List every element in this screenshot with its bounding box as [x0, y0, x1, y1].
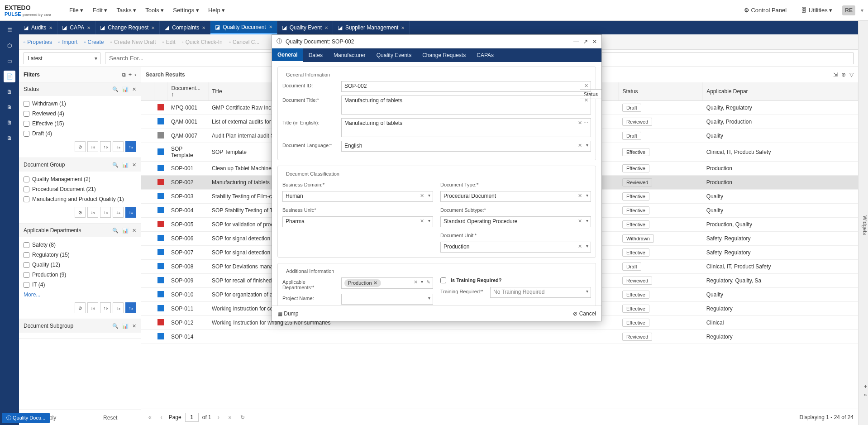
chart-icon[interactable]: 📊	[122, 162, 129, 168]
tab-quality-document[interactable]: ◪Quality Document✕	[210, 21, 277, 34]
utilities-menu[interactable]: 🗄 Utilities ▾	[796, 4, 837, 16]
doc-title-field[interactable]: Manufacturing of tablets	[341, 96, 591, 115]
filter-option[interactable]: Manufacturing and Product Quality (1)	[24, 194, 136, 204]
page-input[interactable]	[185, 413, 199, 422]
docunit-field[interactable]: Production	[440, 242, 591, 253]
modal-tab-manufacturer[interactable]: Manufacturer	[328, 48, 371, 62]
version-dropdown[interactable]: Latest	[24, 53, 100, 64]
search-icon[interactable]: 🔍	[112, 86, 119, 92]
zoom-icon[interactable]: ⊕	[841, 72, 846, 78]
filter-icon[interactable]: ▽	[849, 72, 854, 78]
search-icon[interactable]: 🔍	[112, 162, 119, 168]
remove-icon[interactable]: ✕	[132, 228, 136, 234]
page-last[interactable]: »	[226, 413, 234, 421]
col-header[interactable]: Document... ↑	[167, 82, 208, 101]
menu-tasks[interactable]: Tasks ▾	[112, 4, 141, 16]
filter-option[interactable]: Withdrawn (1)	[24, 99, 136, 109]
title-en-field[interactable]: Manufacturing of tablets	[341, 118, 591, 137]
side-collapse[interactable]: «	[864, 392, 867, 398]
chart-icon[interactable]: 📊	[122, 323, 129, 329]
rail-icon-6[interactable]: 🗎	[4, 117, 15, 129]
chart-icon[interactable]: 📊	[122, 86, 129, 92]
rail-icon-3[interactable]: 📄	[4, 71, 15, 82]
modal-tab-quality-events[interactable]: Quality Events	[371, 48, 417, 62]
filters-add-icon[interactable]: +	[129, 72, 132, 78]
more-link[interactable]: More...	[24, 290, 136, 300]
unit-field[interactable]: Pharma	[282, 216, 433, 227]
project-field[interactable]	[341, 294, 433, 305]
search-icon[interactable]: 🔍	[112, 323, 119, 329]
tab-close-icon[interactable]: ✕	[269, 24, 272, 29]
menu-help[interactable]: Help ▾	[204, 4, 229, 16]
filter-option[interactable]: Quality (12)	[24, 260, 136, 270]
sort-none[interactable]: ⊘	[75, 141, 86, 152]
user-badge[interactable]: RE	[842, 5, 855, 15]
tab-capa[interactable]: ◪CAPA✕	[57, 21, 95, 34]
control-panel-link[interactable]: ⚙ Control Panel	[739, 4, 791, 16]
training-checkbox[interactable]	[440, 277, 446, 283]
table-row[interactable]: SOP-014ReviewedRegulatory	[141, 330, 858, 344]
remove-icon[interactable]: ✕	[132, 86, 136, 92]
menu-settings[interactable]: Settings ▾	[168, 4, 204, 16]
clear-icon[interactable]: ✕	[584, 83, 588, 89]
col-header[interactable]: Status	[619, 82, 703, 101]
sort-none[interactable]: ⊘	[75, 207, 86, 218]
sort-none[interactable]: ⊘	[75, 302, 86, 313]
rail-icon-4[interactable]: 🗎	[4, 86, 15, 98]
filters-collapse-icon[interactable]: ‹	[134, 72, 136, 78]
sort-2[interactable]: ↑₉	[100, 207, 111, 218]
page-next[interactable]: ›	[215, 413, 222, 421]
filter-option[interactable]: Safety (8)	[24, 240, 136, 250]
sort-2[interactable]: ↑₉	[100, 141, 111, 152]
sort-1[interactable]: ↓₉	[87, 207, 98, 218]
tab-supplier-management[interactable]: ◪Supplier Management✕	[333, 21, 410, 34]
filter-option[interactable]: Draft (4)	[24, 129, 136, 138]
modal-tab-general[interactable]: General	[272, 48, 303, 62]
tool-import[interactable]: ▫Import	[58, 39, 77, 45]
remove-icon[interactable]: ✕	[132, 323, 136, 329]
chevron-down-icon[interactable]: ▾	[586, 143, 588, 148]
sort-3[interactable]: ↓ₐ	[113, 302, 124, 313]
sort-3[interactable]: ↓ₐ	[113, 141, 124, 152]
cancel-button[interactable]: ⊘ Cancel	[573, 310, 596, 317]
sort-1[interactable]: ↓₉	[87, 302, 98, 313]
rail-icon-1[interactable]: ⬡	[4, 40, 15, 52]
sort-4[interactable]: ↑ₐ	[125, 141, 136, 152]
filter-option[interactable]: Quality Management (2)	[24, 174, 136, 184]
clear-icon[interactable]: ✕	[584, 97, 588, 103]
filter-section-header[interactable]: Applicable Departments🔍📊✕	[19, 224, 141, 237]
menu-file[interactable]: File ▾	[65, 4, 88, 16]
page-first[interactable]: «	[146, 413, 154, 421]
tab-close-icon[interactable]: ✕	[202, 25, 205, 30]
clear-icon[interactable]: ✕	[578, 120, 582, 126]
filter-section-header[interactable]: Document Subgroup🔍📊✕	[19, 319, 141, 333]
tab-complaints[interactable]: ◪Complaints✕	[160, 21, 210, 34]
edit-icon[interactable]: ✎	[426, 279, 430, 285]
tab-close-icon[interactable]: ✕	[87, 25, 91, 30]
rail-icon-2[interactable]: ▭	[4, 55, 15, 67]
minimize-icon[interactable]: —	[573, 38, 579, 45]
doc-id-field[interactable]: SOP-002	[341, 81, 591, 92]
filter-option[interactable]: Effective (15)	[24, 119, 136, 129]
tool-create[interactable]: ▫Create	[84, 39, 104, 45]
tab-audits[interactable]: ◪Audits✕	[19, 21, 57, 34]
dump-button[interactable]: ▦ Dump	[277, 310, 298, 317]
bottom-task-button[interactable]: ⓘ Quality Docu...	[2, 413, 50, 423]
chart-icon[interactable]: 📊	[122, 228, 129, 234]
subtype-field[interactable]: Standard Operating Procedure	[440, 216, 591, 227]
tool-properties[interactable]: ▫Properties	[24, 39, 52, 45]
filter-section-header[interactable]: Document Group🔍📊✕	[19, 158, 141, 172]
reset-button[interactable]: Reset	[80, 410, 141, 425]
tab-change-request[interactable]: ◪Change Request✕	[95, 21, 160, 34]
filter-option[interactable]: Regulatory (15)	[24, 250, 136, 260]
side-plus[interactable]: +	[864, 383, 867, 390]
widgets-rail[interactable]: Widgets	[858, 21, 868, 425]
sort-4[interactable]: ↑ₐ	[125, 207, 136, 218]
tab-close-icon[interactable]: ✕	[324, 25, 328, 30]
page-prev[interactable]: ‹	[158, 413, 165, 421]
modal-tab-change-requests[interactable]: Change Requests	[417, 48, 471, 62]
rail-icon-7[interactable]: 🗎	[4, 132, 15, 144]
tab-quality-event[interactable]: ◪Quality Event✕	[277, 21, 333, 34]
menu-edit[interactable]: Edit ▾	[88, 4, 112, 16]
modal-tab-capas[interactable]: CAPAs	[471, 48, 499, 62]
